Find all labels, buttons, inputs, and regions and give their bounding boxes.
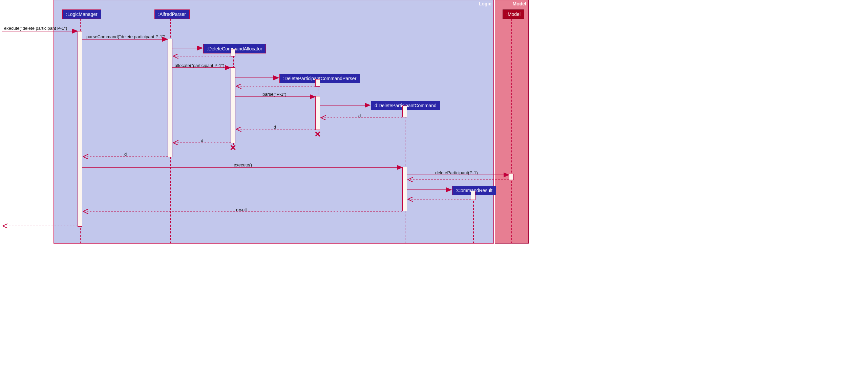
msg-parse-command: parseCommand("delete participant P-1") [86,34,165,39]
act-delete-command-allocator [231,67,235,143]
head-logic-manager: :LogicManager [62,9,101,19]
head-alfred-parser: :AlfredParser [154,9,190,19]
frame-logic-label: Logic [479,1,491,6]
destroy-delete-command-allocator: ✕ [229,144,237,152]
msg-execute-1: execute("delete participant P-1") [4,26,67,31]
frame-model-label: Model [513,1,526,6]
lifeline-command-result [473,195,474,244]
act-logic-manager [78,31,82,227]
msg-return-d1: d [358,113,361,118]
msg-return-d2: d [274,124,276,130]
act-delete-command-create [402,106,407,117]
msg-result: result [236,207,247,212]
msg-delete-participant: deleteParticipant(P-1) [435,170,478,175]
act-command-result [471,191,475,200]
act-delete-command-allocator-create [231,49,235,56]
msg-parse: parse("P-1") [262,92,287,97]
msg-return-d4: d [124,152,127,157]
msg-execute-call: execute() [234,162,252,167]
act-delete-parser [315,96,320,130]
act-alfred-parser [168,39,172,157]
destroy-delete-parser: ✕ [314,131,321,138]
sequence-diagram: Logic Model :LogicManager :AlfredParser … [0,0,868,365]
head-model: :Model [503,9,524,19]
msg-return-d3: d [201,138,203,143]
lifeline-model [511,19,512,244]
act-model [509,174,514,180]
msg-allocate: allocate("participant P-1") [175,63,225,68]
act-delete-command-exec [402,167,407,211]
act-delete-parser-create [315,79,320,87]
